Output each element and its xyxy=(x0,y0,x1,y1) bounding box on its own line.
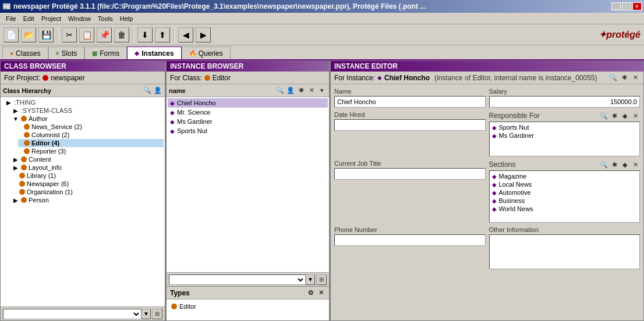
types-list: Editor xyxy=(167,299,329,320)
name-input[interactable] xyxy=(334,96,486,108)
import-button[interactable]: ⬇ xyxy=(137,27,153,42)
rf-diamond-icon[interactable]: ◆ xyxy=(620,111,629,120)
type-sun-icon[interactable]: ✿ xyxy=(306,288,315,298)
tree-item-news-service[interactable]: News_Service (2) xyxy=(18,123,164,131)
save-button[interactable]: 💾 xyxy=(38,27,54,42)
export-button[interactable]: ⬆ xyxy=(155,27,170,42)
add-class-icon[interactable]: 👤 xyxy=(153,86,162,95)
rf-item-ms-gardiner[interactable]: ◆ Ms Gardiner xyxy=(491,131,639,140)
add-instance-icon[interactable]: 👤 xyxy=(286,86,295,95)
instance-combo-arrow[interactable]: ▼ xyxy=(306,274,315,285)
menu-project[interactable]: Project xyxy=(38,14,65,23)
class-tree[interactable]: ▶ :THING ▶ :SYSTEM-CLASS ▼ Author News_S… xyxy=(1,97,165,306)
instance-list[interactable]: ◆ Chief Honcho ◆ Mr. Science ◆ Ms Gardin… xyxy=(167,97,329,272)
more-instance-icon[interactable]: ▾ xyxy=(317,86,327,95)
instance-item-sports-nut[interactable]: ◆ Sports Nut xyxy=(168,126,328,135)
sec-diamond-icon[interactable]: ◆ xyxy=(620,160,629,169)
tree-item-system-class[interactable]: ▶ :SYSTEM-CLASS xyxy=(11,106,164,115)
editor-search-icon[interactable]: 🔍 xyxy=(608,73,618,83)
instances-tab-icon: ◆ xyxy=(135,50,139,56)
class-grid-btn[interactable]: ⊞ xyxy=(152,309,162,319)
sec-item-world-news[interactable]: ◆ World News xyxy=(491,205,639,213)
sec-item-automotive[interactable]: ◆ Automotive xyxy=(491,188,639,197)
tree-item-columnist[interactable]: Columnist (2) xyxy=(18,131,164,139)
instance-diamond-ms-gardiner: ◆ xyxy=(170,119,175,125)
window-icon: 📰 xyxy=(2,2,11,10)
copy-button[interactable]: 📋 xyxy=(79,27,94,42)
menu-window[interactable]: Window xyxy=(65,14,94,23)
search-instance-icon[interactable]: 🔍 xyxy=(275,86,285,95)
tab-forms[interactable]: ▦ Forms xyxy=(84,47,127,59)
tree-item-content[interactable]: ▶ Content xyxy=(11,155,164,163)
search-class-icon[interactable]: 🔍 xyxy=(143,86,152,95)
new-button[interactable]: 📄 xyxy=(3,27,19,42)
job-title-input[interactable] xyxy=(334,168,486,180)
sec-diamond-magazine: ◆ xyxy=(492,173,497,180)
rf-add-icon[interactable]: ✱ xyxy=(610,111,619,120)
classes-tab-icon: ● xyxy=(10,50,13,56)
tab-classes[interactable]: ● Classes xyxy=(2,47,48,59)
sec-item-magazine[interactable]: ◆ Magazine xyxy=(491,172,639,180)
editor-close-icon[interactable]: ✕ xyxy=(631,73,640,83)
delete-instance-icon[interactable]: ✕ xyxy=(307,86,316,95)
instance-editor-icons: 🔍 ✱ ✕ xyxy=(608,73,640,83)
menu-help[interactable]: Help xyxy=(116,14,137,23)
close-button[interactable]: ✕ xyxy=(632,2,642,10)
sec-item-local-news[interactable]: ◆ Local News xyxy=(491,180,639,188)
instance-combo[interactable] xyxy=(169,274,306,285)
class-combo[interactable] xyxy=(3,309,141,319)
rf-delete-icon[interactable]: ✕ xyxy=(631,111,640,120)
tree-item-newspaper[interactable]: Newspaper (6) xyxy=(11,180,164,188)
sec-add-icon[interactable]: ✱ xyxy=(610,160,619,169)
sec-item-business[interactable]: ◆ Business xyxy=(491,197,639,205)
tab-queries[interactable]: 🔥 Queries xyxy=(182,47,231,59)
tree-item-library[interactable]: Library (1) xyxy=(11,172,164,180)
instance-browser-panel: INSTANCE BROWSER For Class: Editor name … xyxy=(166,60,330,321)
instance-item-ms-gardiner[interactable]: ◆ Ms Gardiner xyxy=(168,117,328,126)
types-header: Types ✿ ✕ xyxy=(167,287,329,299)
tree-item-layout-info[interactable]: ▶ Layout_info xyxy=(11,163,164,172)
minimize-button[interactable]: _ xyxy=(611,2,621,10)
other-info-input[interactable] xyxy=(489,234,641,269)
tree-item-organization[interactable]: Organization (1) xyxy=(11,188,164,196)
expand-system-class[interactable]: ▶ xyxy=(12,107,19,114)
instance-grid-btn[interactable]: ⊞ xyxy=(316,274,327,285)
date-hired-input[interactable] xyxy=(334,119,486,131)
instance-item-chief-honcho[interactable]: ◆ Chief Honcho xyxy=(168,98,328,108)
forward-button[interactable]: ▶ xyxy=(196,27,211,42)
rf-item-sports-nut[interactable]: ◆ Sports Nut xyxy=(491,123,639,131)
expand-layout-info[interactable]: ▶ xyxy=(12,164,19,171)
instance-diamond-mr-science: ◆ xyxy=(170,109,175,116)
tree-item-thing[interactable]: ▶ :THING xyxy=(4,98,164,106)
type-delete-icon[interactable]: ✕ xyxy=(316,288,325,298)
copy-instance-icon[interactable]: ✱ xyxy=(296,86,306,95)
expand-person[interactable]: ▶ xyxy=(12,197,19,204)
tree-item-person[interactable]: ▶ Person xyxy=(11,196,164,204)
salary-input[interactable] xyxy=(489,96,641,108)
tab-instances[interactable]: ◆ Instances xyxy=(127,47,181,59)
rf-search-icon[interactable]: 🔍 xyxy=(599,111,608,120)
tree-item-author[interactable]: ▼ Author xyxy=(11,115,164,123)
sec-search-icon[interactable]: 🔍 xyxy=(599,160,608,169)
class-combo-arrow[interactable]: ▼ xyxy=(141,309,151,319)
open-button[interactable]: 📂 xyxy=(21,27,36,42)
editor-edit-icon[interactable]: ✱ xyxy=(620,73,629,83)
expand-author[interactable]: ▼ xyxy=(12,115,19,122)
menu-edit[interactable]: Edit xyxy=(20,14,38,23)
instance-item-mr-science[interactable]: ◆ Mr. Science xyxy=(168,108,328,117)
tree-item-reporter[interactable]: Reporter (3) xyxy=(18,147,164,155)
back-button[interactable]: ◀ xyxy=(178,27,193,42)
menu-file[interactable]: File xyxy=(2,14,20,23)
maximize-button[interactable]: □ xyxy=(622,2,631,10)
phone-input[interactable] xyxy=(334,234,486,246)
menu-tools[interactable]: Tools xyxy=(94,14,116,23)
delete-button[interactable]: 🗑 xyxy=(114,27,129,42)
sec-delete-icon[interactable]: ✕ xyxy=(631,160,640,169)
expand-content[interactable]: ▶ xyxy=(12,156,19,163)
cut-button[interactable]: ✂ xyxy=(62,27,77,42)
tab-slots[interactable]: ≡ Slots xyxy=(48,47,85,59)
expand-thing[interactable]: ▶ xyxy=(5,99,12,106)
paste-button[interactable]: 📌 xyxy=(97,27,112,42)
type-editor-item[interactable]: Editor xyxy=(169,302,327,311)
tree-item-editor[interactable]: Editor (4) xyxy=(18,139,164,147)
